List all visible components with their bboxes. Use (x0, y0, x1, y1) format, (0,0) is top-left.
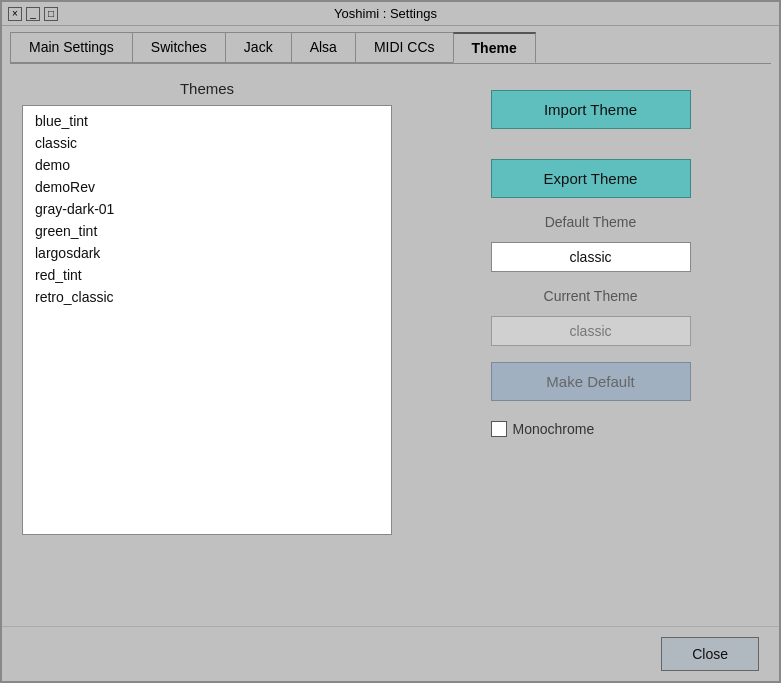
tab-main-settings[interactable]: Main Settings (10, 32, 133, 63)
list-item[interactable]: gray-dark-01 (31, 198, 383, 220)
list-item[interactable]: largosdark (31, 242, 383, 264)
themes-list[interactable]: blue_tint classic demo demoRev gray-dark… (22, 105, 392, 535)
footer: Close (2, 626, 779, 681)
monochrome-row: Monochrome (491, 421, 691, 437)
tab-content: Themes blue_tint classic demo demoRev gr… (2, 64, 779, 626)
themes-right-panel: Import Theme Export Theme Default Theme … (422, 80, 759, 610)
list-item[interactable]: classic (31, 132, 383, 154)
tab-jack[interactable]: Jack (225, 32, 292, 63)
default-theme-value: classic (491, 242, 691, 272)
list-item[interactable]: retro_classic (31, 286, 383, 308)
close-button[interactable]: Close (661, 637, 759, 671)
monochrome-checkbox[interactable] (491, 421, 507, 437)
themes-left-panel: Themes blue_tint classic demo demoRev gr… (22, 80, 392, 610)
list-item[interactable]: demoRev (31, 176, 383, 198)
list-item[interactable]: red_tint (31, 264, 383, 286)
list-item[interactable]: demo (31, 154, 383, 176)
titlebar: × _ □ Yoshimi : Settings (2, 2, 779, 26)
close-window-button[interactable]: × (8, 7, 22, 21)
default-theme-label: Default Theme (545, 214, 637, 230)
import-theme-button[interactable]: Import Theme (491, 90, 691, 129)
current-theme-value: classic (491, 316, 691, 346)
themes-section-label: Themes (180, 80, 234, 97)
window-title: Yoshimi : Settings (58, 6, 713, 21)
tab-midi-ccs[interactable]: MIDI CCs (355, 32, 454, 63)
tab-switches[interactable]: Switches (132, 32, 226, 63)
maximize-button[interactable]: □ (44, 7, 58, 21)
tab-theme[interactable]: Theme (453, 32, 536, 63)
minimize-button[interactable]: _ (26, 7, 40, 21)
list-item[interactable]: green_tint (31, 220, 383, 242)
themes-section: Themes blue_tint classic demo demoRev gr… (22, 80, 759, 610)
list-item[interactable]: blue_tint (31, 110, 383, 132)
tab-alsa[interactable]: Alsa (291, 32, 356, 63)
monochrome-label: Monochrome (513, 421, 595, 437)
make-default-button[interactable]: Make Default (491, 362, 691, 401)
export-theme-button[interactable]: Export Theme (491, 159, 691, 198)
current-theme-label: Current Theme (544, 288, 638, 304)
main-window: × _ □ Yoshimi : Settings Main Settings S… (0, 0, 781, 683)
window-controls: × _ □ (8, 7, 58, 21)
tabs-container: Main Settings Switches Jack Alsa MIDI CC… (2, 26, 779, 63)
